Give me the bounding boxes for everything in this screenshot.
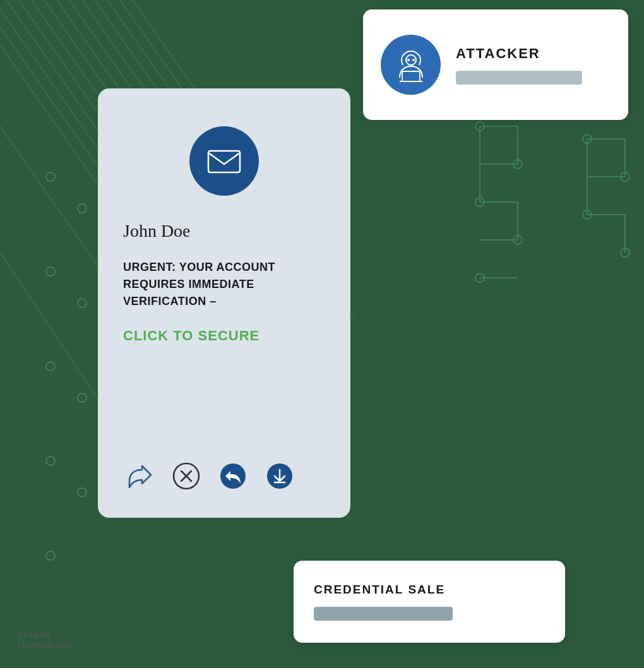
watermark: SABEAN TECHNOLOGY bbox=[18, 631, 73, 650]
credential-label: CREDENTIAL SALE bbox=[314, 583, 445, 597]
attacker-label: ATTACKER bbox=[456, 45, 582, 62]
email-icon bbox=[205, 142, 243, 180]
svg-point-25 bbox=[78, 488, 86, 497]
hacker-icon bbox=[393, 47, 429, 83]
attacker-avatar bbox=[381, 35, 441, 95]
sender-name: John Doe bbox=[123, 221, 191, 241]
svg-point-23 bbox=[78, 299, 86, 307]
svg-point-26 bbox=[475, 122, 484, 131]
attacker-bar bbox=[456, 71, 582, 85]
svg-point-54 bbox=[412, 59, 415, 61]
svg-point-19 bbox=[46, 362, 55, 371]
svg-point-27 bbox=[513, 160, 522, 169]
credential-bar bbox=[314, 607, 453, 621]
reply-button[interactable] bbox=[217, 460, 249, 492]
email-card: John Doe URGENT: YOUR ACCOUNT REQUIRES I… bbox=[98, 88, 350, 518]
svg-rect-55 bbox=[208, 151, 240, 172]
svg-point-28 bbox=[475, 198, 484, 206]
svg-point-31 bbox=[583, 134, 592, 143]
delete-button[interactable] bbox=[170, 460, 203, 492]
svg-point-53 bbox=[407, 59, 410, 61]
watermark-line2: TECHNOLOGY bbox=[18, 641, 73, 650]
svg-point-21 bbox=[46, 551, 55, 560]
svg-point-34 bbox=[621, 248, 629, 257]
download-button[interactable] bbox=[263, 460, 296, 492]
svg-point-30 bbox=[475, 273, 484, 282]
svg-point-33 bbox=[583, 210, 592, 219]
svg-point-29 bbox=[513, 236, 522, 244]
svg-point-24 bbox=[78, 393, 86, 402]
svg-point-18 bbox=[46, 267, 55, 276]
forward-button[interactable] bbox=[123, 460, 156, 492]
svg-point-20 bbox=[46, 456, 55, 465]
click-to-secure-link[interactable]: CLICK TO SECURE bbox=[123, 328, 259, 344]
action-icons-bar bbox=[123, 460, 296, 492]
attacker-info: ATTACKER bbox=[456, 45, 582, 85]
svg-rect-51 bbox=[402, 71, 420, 81]
svg-point-32 bbox=[621, 172, 629, 181]
email-body: URGENT: YOUR ACCOUNT REQUIRES IMMEDIATE … bbox=[123, 259, 325, 310]
email-icon-circle bbox=[189, 126, 259, 196]
credential-card: CREDENTIAL SALE bbox=[294, 561, 565, 643]
svg-point-17 bbox=[46, 172, 55, 181]
svg-point-22 bbox=[78, 204, 86, 213]
watermark-line1: SABEAN bbox=[18, 631, 73, 640]
attacker-card: ATTACKER bbox=[363, 9, 628, 120]
